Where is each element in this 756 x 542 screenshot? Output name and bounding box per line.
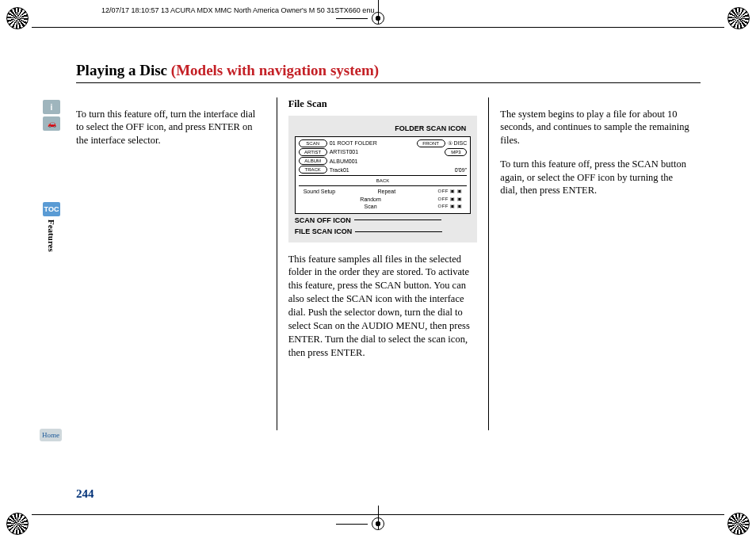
screen-text: 01 ROOT FOLDER	[330, 139, 414, 147]
print-header-stamp: 12/07/17 18:10:57 13 ACURA MDX MMC North…	[101, 6, 374, 14]
car-icon[interactable]: 🚗	[43, 116, 60, 131]
page-content: i 🚗 TOC Features Home Playing a Disc (Mo…	[76, 62, 701, 494]
body-text: To turn this feature off, press the SCAN…	[500, 158, 689, 198]
pill-track: TRACK	[299, 166, 327, 174]
screen-text: ARTIST001	[330, 148, 443, 155]
registration-fan-icon	[6, 7, 29, 29]
screen-back: BACK	[299, 177, 468, 184]
registration-cross-icon	[346, 512, 410, 536]
body-text: To turn this feature off, turn the inter…	[76, 108, 265, 148]
info-icon[interactable]: i	[43, 100, 60, 114]
pill-artist: ARTIST	[299, 148, 327, 156]
screen-text: 0'09''	[455, 166, 468, 174]
page-number: 244	[76, 487, 94, 501]
section-tab-label: Features	[47, 219, 56, 252]
menu-icons: OFF ▣ ▣	[437, 203, 462, 210]
screen-text: ALBUM001	[330, 158, 358, 165]
screen-diagram: FOLDER SCAN ICON SCAN 01 ROOT FOLDER FRO…	[288, 116, 478, 242]
menu-scan: Scan	[365, 203, 377, 210]
menu-sound: Sound Setup	[304, 188, 335, 195]
content-columns: To turn this feature off, turn the inter…	[76, 97, 701, 430]
menu-icons: OFF ▣ ▣	[437, 196, 462, 203]
sidebar: i 🚗 TOC Features Home	[43, 100, 71, 252]
pill-scan: SCAN	[299, 139, 327, 147]
registration-fan-icon	[727, 513, 750, 535]
screen-mockup: SCAN 01 ROOT FOLDER FRONT ① DISC ARTIST …	[295, 136, 472, 214]
pill-album: ALBUM	[299, 157, 327, 165]
diagram-label: SCAN OFF ICON	[295, 216, 351, 225]
menu-icons: OFF ▣ ▣	[437, 188, 462, 195]
screen-text: Track01	[330, 166, 452, 174]
toc-button[interactable]: TOC	[43, 202, 60, 216]
page-title: Playing a Disc (Models with navigation s…	[76, 62, 701, 83]
printer-marks-bottom	[0, 512, 756, 536]
registration-fan-icon	[727, 7, 750, 29]
diagram-label: FILE SCAN ICON	[295, 227, 353, 236]
section-heading: File Scan	[288, 97, 478, 111]
body-text: This feature samples all files in the se…	[288, 253, 478, 360]
column-2: File Scan FOLDER SCAN ICON SCAN 01 ROOT …	[277, 97, 489, 430]
menu-random: Random	[360, 196, 380, 203]
registration-fan-icon	[6, 513, 29, 535]
diagram-label: FOLDER SCAN ICON	[295, 124, 472, 133]
home-button[interactable]: Home	[40, 429, 62, 441]
column-3: The system begins to play a file for abo…	[488, 97, 701, 430]
screen-text: ① DISC	[448, 139, 468, 147]
body-text: The system begins to play a file for abo…	[500, 108, 689, 148]
column-1: To turn this feature off, turn the inter…	[76, 97, 277, 430]
title-subtitle: (Models with navigation system)	[171, 62, 379, 78]
pill-front: FRONT	[417, 139, 445, 147]
pill-mp3: MP3	[445, 148, 467, 156]
menu-repeat: Repeat	[378, 188, 396, 195]
title-main: Playing a Disc	[76, 62, 171, 78]
